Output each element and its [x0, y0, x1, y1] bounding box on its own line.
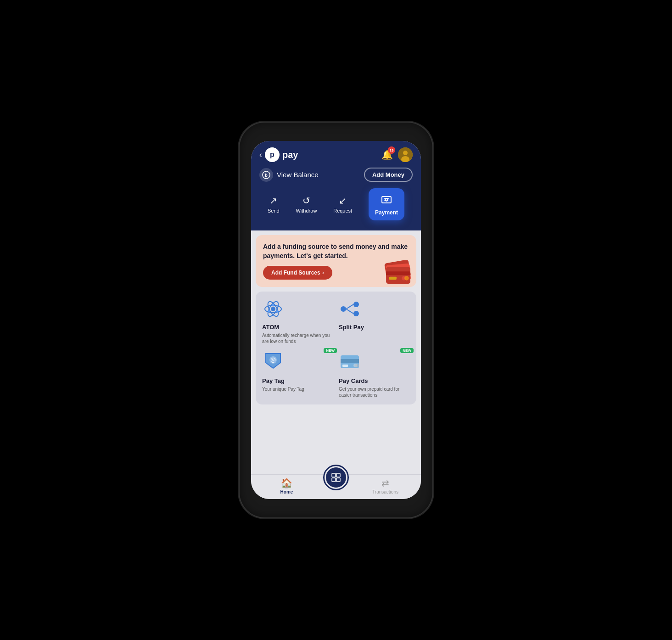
home-label: Home	[280, 489, 293, 494]
header-right: 🔔 19	[380, 147, 413, 162]
atom-icon	[262, 298, 284, 320]
pay-cards-desc: Get your own prepaid card for easier tra…	[339, 386, 410, 398]
request-action[interactable]: ↙ Request	[333, 195, 352, 213]
request-icon: ↙	[339, 195, 347, 206]
pay-tag-name: Pay Tag	[262, 377, 333, 384]
atom-name: ATOM	[262, 324, 333, 331]
back-button[interactable]: ‹	[259, 150, 262, 160]
split-icon-row	[339, 298, 410, 320]
svg-rect-10	[386, 271, 410, 275]
svg-rect-28	[342, 365, 348, 367]
main-content: Add a funding source to send money and m…	[251, 230, 421, 474]
svg-rect-34	[336, 478, 340, 482]
payment-label: Payment	[375, 209, 398, 216]
notification-badge: 19	[388, 146, 395, 154]
svg-point-21	[341, 306, 346, 312]
logo-text: p	[270, 151, 274, 159]
pay-cards-name: Pay Cards	[339, 377, 410, 384]
svg-point-14	[271, 307, 275, 311]
balance-section: b View Balance Add Money ↗ Send ↺ Withdr…	[251, 162, 421, 230]
transactions-label: Transactions	[372, 489, 398, 494]
svg-point-22	[353, 302, 359, 307]
withdraw-action[interactable]: ↺ Withdraw	[296, 195, 317, 213]
pay-cards-feature[interactable]: NEW Pay Cards Get your own prepaid card …	[339, 350, 410, 398]
svg-point-18	[272, 304, 274, 307]
svg-point-23	[353, 311, 359, 316]
home-icon: 🏠	[281, 477, 292, 488]
split-pay-name: Split Pay	[339, 324, 410, 331]
atom-desc: Automatically recharge when you are low …	[262, 332, 333, 344]
logo: p	[265, 147, 280, 162]
svg-rect-32	[336, 473, 340, 477]
balance-row: b View Balance Add Money	[259, 168, 413, 182]
svg-point-19	[276, 310, 279, 313]
view-balance-button[interactable]: View Balance	[277, 171, 319, 179]
svg-point-1	[403, 151, 408, 155]
funding-card: Add a funding source to send money and m…	[256, 235, 416, 287]
payment-action[interactable]: Payment	[369, 188, 404, 220]
send-icon: ↗	[269, 195, 277, 206]
withdraw-icon: ↺	[302, 195, 310, 206]
svg-point-30	[355, 364, 359, 367]
phone-frame: ‹ p pay 🔔 19	[240, 123, 432, 517]
notification-button[interactable]: 🔔 19	[380, 147, 394, 162]
add-money-button[interactable]: Add Money	[364, 168, 413, 182]
payment-icon	[381, 193, 392, 208]
svg-rect-9	[386, 267, 410, 284]
send-label: Send	[268, 208, 280, 213]
nav-home[interactable]: 🏠 Home	[251, 477, 322, 494]
center-nav-inner	[326, 467, 346, 488]
pay-tag-new-badge: NEW	[324, 348, 337, 353]
card-image	[382, 260, 410, 283]
app-title: pay	[282, 150, 298, 160]
svg-rect-33	[332, 478, 336, 482]
phone-screen: ‹ p pay 🔔 19	[251, 141, 421, 499]
balance-icon: b	[259, 168, 273, 182]
split-pay-feature[interactable]: Split Pay	[339, 298, 410, 344]
add-fund-sources-button[interactable]: Add Fund Sources ›	[263, 266, 332, 280]
app-header: ‹ p pay 🔔 19	[251, 141, 421, 162]
svg-rect-27	[341, 359, 359, 363]
center-nav-button[interactable]	[323, 465, 349, 490]
atom-feature[interactable]: ATOM Automatically recharge when you are…	[262, 298, 333, 344]
nav-transactions[interactable]: ⇄ Transactions	[350, 477, 421, 494]
svg-text:@: @	[270, 357, 276, 363]
avatar[interactable]	[398, 147, 413, 162]
svg-point-13	[404, 276, 409, 281]
svg-point-20	[268, 310, 270, 313]
header-left: ‹ p pay	[259, 147, 298, 162]
funding-title: Add a funding source to send money and m…	[263, 242, 409, 260]
pay-tag-feature[interactable]: @ NEW Pay Tag Your unique Pay Tag	[262, 350, 333, 398]
withdraw-label: Withdraw	[296, 208, 317, 213]
send-action[interactable]: ↗ Send	[268, 195, 280, 213]
svg-rect-5	[382, 196, 391, 203]
features-grid: ATOM Automatically recharge when you are…	[256, 292, 416, 404]
pay-cards-new-badge: NEW	[400, 348, 414, 353]
bottom-nav: 🏠 Home ⇄ Transactions	[251, 474, 421, 499]
svg-text:b: b	[265, 173, 268, 178]
transactions-icon: ⇄	[381, 477, 389, 488]
svg-rect-31	[332, 473, 336, 477]
request-label: Request	[333, 208, 352, 213]
svg-rect-11	[389, 277, 397, 280]
pay-tag-desc: Your unique Pay Tag	[262, 386, 333, 392]
action-row: ↗ Send ↺ Withdraw ↙ Request	[259, 188, 413, 222]
